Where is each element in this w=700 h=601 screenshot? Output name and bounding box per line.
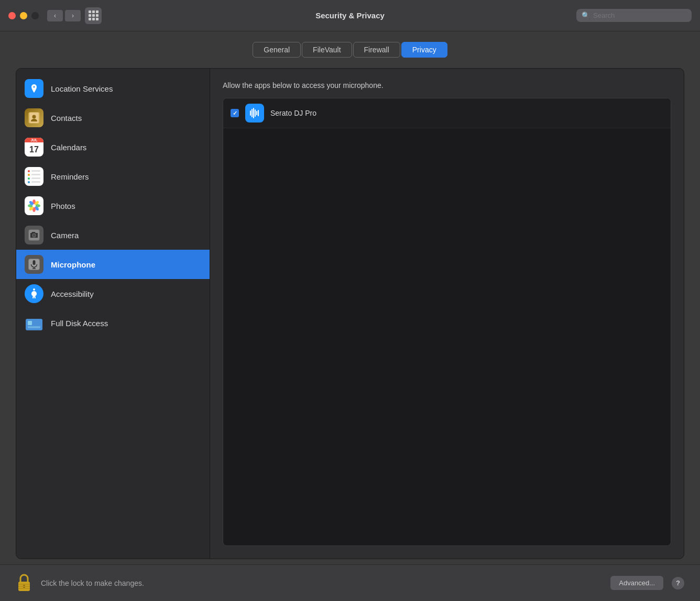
window-title: Security & Privacy <box>315 11 385 20</box>
svg-rect-35 <box>18 586 30 587</box>
svg-rect-34 <box>18 584 30 585</box>
reminders-label: Reminders <box>51 172 89 181</box>
lock-icon-wrap[interactable] <box>16 573 32 593</box>
fulldisk-label: Full Disk Access <box>51 319 108 328</box>
cal-day: 17 <box>25 142 43 157</box>
accessibility-label: Accessibility <box>51 290 94 298</box>
help-button[interactable]: ? <box>672 577 684 589</box>
photos-label: Photos <box>51 202 75 210</box>
contacts-icon <box>25 108 43 127</box>
search-bar[interactable]: 🔍 <box>576 9 692 22</box>
serato-checkbox[interactable]: ✓ <box>231 109 239 117</box>
checkmark-icon: ✓ <box>233 110 237 117</box>
sidebar-item-microphone[interactable]: Microphone <box>16 250 210 279</box>
grid-icon <box>89 10 99 20</box>
lock-text: Click the lock to make changes. <box>41 579 602 587</box>
svg-point-11 <box>32 204 36 207</box>
titlebar: ‹ › Security & Privacy 🔍 <box>0 0 700 31</box>
svg-point-21 <box>33 288 35 291</box>
nav-buttons: ‹ › <box>47 10 81 21</box>
fulldisk-icon <box>25 314 43 332</box>
content-area: Allow the apps below to access your micr… <box>210 69 684 559</box>
photos-icon <box>25 196 43 215</box>
close-button[interactable] <box>8 12 16 19</box>
list-item[interactable]: ✓ <box>223 98 671 128</box>
main-panel: Location Services Contacts JUL <box>16 68 684 559</box>
grid-button[interactable] <box>85 7 102 24</box>
bottom-bar: Click the lock to make changes. Advanced… <box>0 564 700 601</box>
tab-filevault[interactable]: FileVault <box>302 42 352 58</box>
cal-month: JUL <box>25 138 43 142</box>
svg-rect-24 <box>28 326 40 328</box>
reminders-icon <box>25 167 43 186</box>
sidebar-item-accessibility[interactable]: Accessibility <box>16 279 210 308</box>
location-icon <box>25 79 43 98</box>
tab-privacy[interactable]: Privacy <box>401 42 447 58</box>
main-content: General FileVault Firewall Privacy Locat… <box>0 31 700 564</box>
app-list: ✓ <box>223 98 671 546</box>
maximize-button[interactable] <box>31 12 39 19</box>
svg-rect-36 <box>18 588 30 589</box>
svg-point-2 <box>32 115 36 119</box>
advanced-button[interactable]: Advanced... <box>610 576 663 590</box>
search-icon: 🔍 <box>582 12 590 19</box>
svg-rect-23 <box>28 321 32 325</box>
sidebar-item-calendars[interactable]: JUL 17 Calendars <box>16 132 210 162</box>
microphone-icon <box>25 255 43 274</box>
tab-firewall[interactable]: Firewall <box>353 42 400 58</box>
sidebar-item-camera[interactable]: Camera <box>16 220 210 250</box>
sidebar-item-reminders[interactable]: Reminders <box>16 162 210 191</box>
sidebar-item-contacts[interactable]: Contacts <box>16 103 210 132</box>
camera-icon <box>25 226 43 244</box>
lock-icon <box>16 573 32 593</box>
sidebar-item-fulldisk[interactable]: Full Disk Access <box>16 308 210 338</box>
accessibility-icon <box>25 284 43 303</box>
contacts-label: Contacts <box>51 114 82 123</box>
sidebar-item-location[interactable]: Location Services <box>16 74 210 103</box>
forward-button[interactable]: › <box>65 10 81 21</box>
calendars-icon: JUL 17 <box>25 138 43 157</box>
content-description: Allow the apps below to access your micr… <box>223 81 671 90</box>
back-button[interactable]: ‹ <box>47 10 63 21</box>
sidebar-item-photos[interactable]: Photos <box>16 191 210 220</box>
serato-app-name: Serato DJ Pro <box>270 109 316 117</box>
microphone-label: Microphone <box>51 260 95 269</box>
search-input[interactable] <box>593 12 686 19</box>
traffic-lights <box>8 12 39 19</box>
minimize-button[interactable] <box>20 12 27 19</box>
camera-label: Camera <box>51 231 79 240</box>
tabs-container: General FileVault Firewall Privacy <box>16 42 684 58</box>
calendars-label: Calendars <box>51 143 86 152</box>
svg-point-15 <box>34 235 35 236</box>
svg-rect-18 <box>33 260 36 265</box>
tab-general[interactable]: General <box>253 42 301 58</box>
sidebar: Location Services Contacts JUL <box>16 69 210 559</box>
location-label: Location Services <box>51 84 113 93</box>
serato-icon <box>245 104 264 123</box>
